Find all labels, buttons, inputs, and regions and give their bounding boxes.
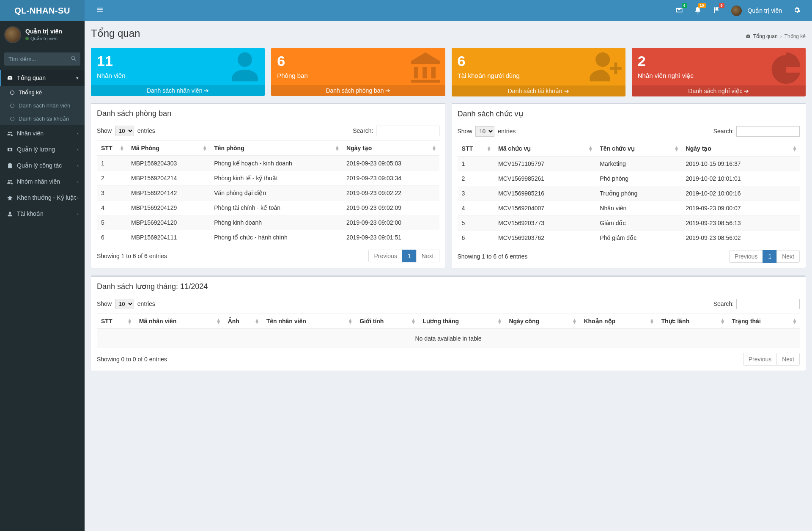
cell-code: MBP1569204303 [127,156,210,171]
menu-reward[interactable]: Khen thưởng - Kỷ luật‹ [0,190,85,206]
menu-team[interactable]: Nhóm nhân viên‹ [0,173,85,190]
page-1[interactable]: 1 [402,250,417,262]
col-gender[interactable]: Giới tính▲▼ [355,314,418,329]
page-size-select[interactable]: 10 [475,126,494,137]
statbox-link[interactable]: Danh sách phòng ban ➔ [271,85,445,96]
chevron-left-icon: ‹ [77,211,79,216]
nav-user-menu[interactable]: Quản trị viên [726,0,787,21]
avatar [4,26,21,43]
cell-name: Marketing [595,156,681,171]
statbox-accounts: 6Tài khoản người dùng Danh sách tài khoả… [452,48,625,96]
page-size-select[interactable]: 10 [115,299,134,309]
cell-code: MCV1569204007 [494,201,595,216]
pagination: Previous 1 Next [730,250,800,263]
cell-stt: 3 [458,186,494,201]
menu-staff[interactable]: Nhân viên‹ [0,125,85,141]
col-date[interactable]: Ngày tạo▲▼ [342,141,439,156]
cell-stt: 2 [458,171,494,186]
avatar [731,6,742,16]
chevron-left-icon: ‹ [77,163,79,168]
table-search-input[interactable] [736,126,800,137]
breadcrumb-root[interactable]: Tổng quan [753,33,778,39]
nav-notifications[interactable]: 10 [689,0,707,21]
col-status[interactable]: Trạng thái▲▼ [728,314,800,329]
col-empcode[interactable]: Mã nhân viên▲▼ [135,314,224,329]
nav-tasks[interactable]: 9 [708,0,725,21]
cell-stt: 6 [458,231,494,245]
page-1[interactable]: 1 [763,250,777,263]
cell-code: MBP1569204129 [127,201,210,215]
table-info: Showing 1 to 6 of 6 entries [458,253,528,260]
statbox-link[interactable]: Danh sách tài khoản ➔ [452,85,625,96]
panel-title: Danh sách chức vụ [458,109,800,118]
menu-work[interactable]: Quản lý công tác‹ [0,157,85,173]
page-size-select[interactable]: 10 [115,126,134,136]
col-date[interactable]: Ngày tạo▲▼ [682,141,800,157]
nav-messages[interactable]: 4 [670,0,688,21]
pagination: Previous Next [743,353,800,366]
page-next[interactable]: Next [416,250,439,262]
chevron-left-icon: ‹ [77,131,79,136]
col-code[interactable]: Mã chức vụ▲▼ [494,141,595,157]
col-name[interactable]: Tên chức vụ▲▼ [595,141,681,157]
status-dot-icon [25,37,29,40]
page-next[interactable]: Next [776,250,800,263]
cell-name: Phòng kế hoạch - kinh doanh [210,156,342,171]
menu-label: Quản lý lương [17,146,55,153]
col-name[interactable]: Tên phòng▲▼ [210,141,342,156]
col-code[interactable]: Mã Phòng▲▼ [127,141,210,156]
col-workdays[interactable]: Ngày công▲▼ [505,314,579,329]
sort-icon: ▲▼ [674,146,679,151]
table-search-input[interactable] [736,299,800,309]
content-header: Tổng quan Tổng quan › Thống kê [85,21,812,41]
star-icon [7,195,13,201]
statbox-employees: 11Nhân viên Danh sách nhân viên ➔ [91,48,265,96]
page-prev[interactable]: Previous [743,353,777,366]
search-icon [71,55,77,61]
submenu-stats[interactable]: Thống kê [0,86,85,99]
sort-icon: ▲▼ [792,319,797,324]
cell-name: Phòng tài chính - kế toán [210,201,342,215]
col-stt[interactable]: STT▲▼ [458,141,494,157]
table-row: 3MBP1569204142Văn phòng đại diện2019-09-… [97,186,439,201]
col-photo[interactable]: Ảnh▲▼ [224,314,262,329]
sidebar-toggle-button[interactable] [91,3,109,19]
col-deduction[interactable]: Khoản nộp▲▼ [579,314,657,329]
page-next[interactable]: Next [776,353,800,366]
sort-icon: ▲▼ [335,146,340,151]
col-empname[interactable]: Tên nhân viên▲▼ [262,314,355,329]
sidebar-search-form [4,52,80,66]
users-icon [7,130,13,137]
col-net[interactable]: Thực lãnh▲▼ [657,314,727,329]
cell-date: 2019-10-02 10:01:01 [682,171,800,186]
statbox-link[interactable]: Danh sách nhân viên ➔ [91,85,265,96]
sidebar-search-button[interactable] [67,52,80,66]
clipboard-icon [7,162,13,169]
page-prev[interactable]: Previous [368,250,402,262]
page-prev[interactable]: Previous [729,250,763,263]
nav-settings[interactable] [788,0,806,21]
menu-overview[interactable]: Tổng quan ▾ [0,70,85,86]
empty-row: No data available in table [97,329,800,348]
submenu-emp-list[interactable]: Danh sách nhân viên [0,99,85,112]
brand-logo[interactable]: QL-NHAN-SU [0,0,85,21]
statbox-link[interactable]: Danh sách nghỉ việc ➔ [632,85,806,96]
table-info: Showing 1 to 6 of 6 entries [97,253,167,259]
col-monthsalary[interactable]: Lương tháng▲▼ [418,314,505,329]
sort-icon: ▲▼ [127,319,132,324]
submenu-acc-list[interactable]: Danh sách tài khoản [0,112,85,125]
col-stt[interactable]: STT▲▼ [97,141,127,156]
sort-icon: ▲▼ [497,319,502,324]
top-navbar: 4 10 9 Quản trị viên [85,0,812,21]
circle-icon [10,117,14,121]
table-row: 1MCV1571105797Marketing2019-10-15 09:16:… [458,156,800,171]
hamburger-icon [96,6,104,14]
menu-account[interactable]: Tài khoản‹ [0,206,85,222]
panel-salary: Danh sách lương tháng: 11/2024 Show 10 e… [91,275,806,371]
table-search-input[interactable] [376,126,439,136]
user-plus-icon [588,50,623,84]
cell-name: Phó giám đốc [595,231,681,245]
col-stt[interactable]: STT▲▼ [97,314,135,329]
main-sidebar: Quản trị viên Quản trị viên Tổng quan ▾ … [0,21,85,531]
menu-salary[interactable]: Quản lý lương‹ [0,141,85,157]
